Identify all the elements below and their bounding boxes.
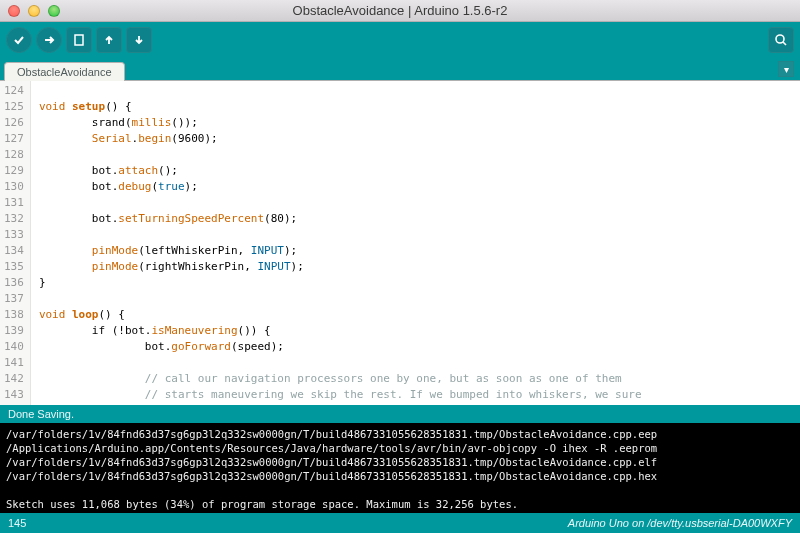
code-editor[interactable]: 1241251261271281291301311321331341351361… bbox=[0, 80, 800, 405]
window-titlebar: ObstacleAvoidance | Arduino 1.5.6-r2 bbox=[0, 0, 800, 22]
output-console[interactable]: /var/folders/1v/84fnd63d37sg6gp3l2q332sw… bbox=[0, 423, 800, 513]
line-number: 138 bbox=[4, 307, 24, 323]
tab-strip: ObstacleAvoidance ▾ bbox=[0, 58, 800, 80]
line-number: 140 bbox=[4, 339, 24, 355]
status-bar: Done Saving. bbox=[0, 405, 800, 423]
new-sketch-button[interactable] bbox=[66, 27, 92, 53]
line-number: 137 bbox=[4, 291, 24, 307]
tab-menu-button[interactable]: ▾ bbox=[778, 61, 794, 77]
code-line[interactable]: srand(millis()); bbox=[39, 115, 792, 131]
code-line[interactable] bbox=[39, 355, 792, 371]
footer-bar: 145 Arduino Uno on /dev/tty.usbserial-DA… bbox=[0, 513, 800, 533]
line-number: 127 bbox=[4, 131, 24, 147]
line-number: 126 bbox=[4, 115, 24, 131]
code-line[interactable] bbox=[39, 195, 792, 211]
serial-monitor-button[interactable] bbox=[768, 27, 794, 53]
line-number: 141 bbox=[4, 355, 24, 371]
code-line[interactable]: pinMode(rightWhiskerPin, INPUT); bbox=[39, 259, 792, 275]
line-number: 134 bbox=[4, 243, 24, 259]
line-number: 125 bbox=[4, 99, 24, 115]
line-number: 129 bbox=[4, 163, 24, 179]
status-message: Done Saving. bbox=[8, 408, 74, 420]
code-line[interactable]: } bbox=[39, 275, 792, 291]
line-number: 128 bbox=[4, 147, 24, 163]
toolbar bbox=[0, 22, 800, 58]
svg-point-1 bbox=[776, 35, 784, 43]
open-sketch-button[interactable] bbox=[96, 27, 122, 53]
code-line[interactable] bbox=[39, 291, 792, 307]
line-number: 124 bbox=[4, 83, 24, 99]
code-area[interactable]: void setup() { srand(millis()); Serial.b… bbox=[31, 81, 800, 405]
upload-button[interactable] bbox=[36, 27, 62, 53]
code-line[interactable]: // call our navigation processors one by… bbox=[39, 371, 792, 387]
chevron-down-icon: ▾ bbox=[784, 64, 789, 75]
code-line[interactable] bbox=[39, 83, 792, 99]
tab-obstacleavoidance[interactable]: ObstacleAvoidance bbox=[4, 62, 125, 81]
code-line[interactable]: void loop() { bbox=[39, 307, 792, 323]
code-line[interactable]: bot.attach(); bbox=[39, 163, 792, 179]
line-number-gutter: 1241251261271281291301311321331341351361… bbox=[0, 81, 31, 405]
code-line[interactable]: bot.setTurningSpeedPercent(80); bbox=[39, 211, 792, 227]
code-line[interactable] bbox=[39, 147, 792, 163]
window-title: ObstacleAvoidance | Arduino 1.5.6-r2 bbox=[0, 3, 800, 18]
code-line[interactable]: bot.goForward(speed); bbox=[39, 339, 792, 355]
line-number: 143 bbox=[4, 387, 24, 403]
line-number: 136 bbox=[4, 275, 24, 291]
board-port-info: Arduino Uno on /dev/tty.usbserial-DA00WX… bbox=[568, 517, 792, 529]
save-sketch-button[interactable] bbox=[126, 27, 152, 53]
code-line[interactable] bbox=[39, 227, 792, 243]
line-number: 133 bbox=[4, 227, 24, 243]
line-number: 135 bbox=[4, 259, 24, 275]
cursor-line-number: 145 bbox=[8, 517, 26, 529]
code-line[interactable]: Serial.begin(9600); bbox=[39, 131, 792, 147]
line-number: 130 bbox=[4, 179, 24, 195]
svg-rect-0 bbox=[75, 35, 83, 45]
code-line[interactable]: pinMode(leftWhiskerPin, INPUT); bbox=[39, 243, 792, 259]
line-number: 131 bbox=[4, 195, 24, 211]
code-line[interactable]: bot.debug(true); bbox=[39, 179, 792, 195]
code-line[interactable]: if (!bot.isManeuvering()) { bbox=[39, 323, 792, 339]
line-number: 132 bbox=[4, 211, 24, 227]
code-line[interactable]: void setup() { bbox=[39, 99, 792, 115]
line-number: 142 bbox=[4, 371, 24, 387]
code-line[interactable]: // starts maneuvering we skip the rest. … bbox=[39, 387, 792, 403]
line-number: 139 bbox=[4, 323, 24, 339]
verify-button[interactable] bbox=[6, 27, 32, 53]
